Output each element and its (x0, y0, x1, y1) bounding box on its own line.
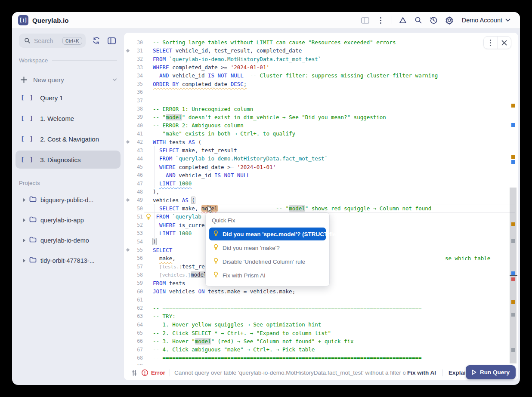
ruler-mark-bl (511, 123, 515, 127)
line-number: 52 (132, 222, 143, 228)
sidebar-item-2-cost-navigation[interactable]: [ ]2. Cost & Navigation (15, 130, 121, 148)
code-line[interactable]: 66-- 3. Hover "model" (red) → See "Colum… (124, 337, 507, 345)
code-line[interactable]: 34 AND vehicle_id IS NOT NULL -- Cluster… (124, 71, 507, 80)
fix-with-ai-button[interactable]: Fix with AI (407, 369, 436, 376)
layout-panel-icon[interactable] (359, 14, 372, 27)
code-line[interactable]: 47 LIMIT 1000 (124, 179, 507, 188)
quickfix-item[interactable]: Did you mean 'spec.model'? (STRUCT field… (209, 228, 326, 240)
change-diamond-icon (126, 248, 130, 252)
code-text: FROM tests (153, 280, 185, 286)
caret-right-icon[interactable] (23, 259, 25, 262)
refresh-icon[interactable] (91, 35, 102, 46)
lightbulb-icon (213, 271, 219, 279)
line-number: 55 (132, 247, 143, 253)
code-text: ) (153, 238, 156, 245)
settings-gear-icon[interactable] (443, 14, 456, 27)
account-dropdown[interactable]: Demo Account (458, 15, 514, 25)
new-query-button[interactable]: New query (21, 73, 117, 86)
code-line[interactable]: 39-- "model" doesn't exist in dim_vehicl… (124, 113, 507, 121)
project-item[interactable]: querylab-io-app (19, 210, 117, 230)
lightbulb-icon[interactable] (145, 213, 152, 222)
code-line[interactable]: 65-- 2. Click SELECT * → Ctrl+. → "Expan… (124, 329, 507, 337)
project-item[interactable]: querylab-io-demo (19, 230, 117, 250)
kebab-menu-icon[interactable] (374, 14, 387, 27)
gutter-marker (124, 141, 132, 143)
run-query-button[interactable]: Run Query (466, 365, 516, 379)
overview-ruler (510, 33, 517, 365)
code-line[interactable]: 61 (124, 295, 507, 304)
code-line[interactable]: 36 (124, 88, 507, 96)
code-line[interactable]: 63-- TRY: (124, 312, 507, 320)
caret-right-icon[interactable] (23, 219, 25, 222)
search-input[interactable]: Search Ctrl+K (19, 34, 86, 48)
code-text: -- Sorting large tables without LIMIT ca… (153, 39, 396, 46)
divider (392, 16, 392, 24)
code-text: [tests.]test_res (153, 263, 208, 270)
code-text: LIMIT 1000 (153, 230, 192, 237)
app-title: Querylab.io (32, 17, 69, 24)
code-line[interactable]: 67-- 4. Click ambiguous "make" → Ctrl+. … (124, 345, 507, 354)
quickfix-label: Disable 'Undefined Column' rule (223, 259, 305, 265)
code-line[interactable]: 44 FROM `querylab-io-demo.MotHistoryData… (124, 154, 507, 163)
code-text: -- 2. Click SELECT * → Ctrl+. → "Expand … (153, 330, 331, 336)
error-label: Error (151, 369, 165, 376)
quickfix-label: Fix with Prism AI (223, 272, 266, 279)
sidebar-item-1-welcome[interactable]: [ ]1. Welcome (15, 109, 121, 127)
code-line[interactable]: 41-- "make" exists in both → Ctrl+. to q… (124, 129, 507, 138)
toggle-sidebar-icon[interactable] (106, 35, 117, 46)
code-line[interactable]: 62-- ===================================… (124, 304, 507, 312)
caret-right-icon[interactable] (23, 198, 25, 202)
sidebar-item-label: 3. Diagnostics (40, 156, 80, 163)
query-settings-icon[interactable] (131, 369, 138, 376)
code-line[interactable]: 35ORDER BY completed_date DESC; (124, 80, 507, 88)
ruler-mark-gr (511, 348, 515, 352)
project-item[interactable]: tidy-orbit-477813-... (19, 250, 117, 271)
quickfix-item[interactable]: Disable 'Undefined Column' rule (209, 255, 326, 268)
code-line[interactable]: 46 AND vehicle_id IS NOT NULL (124, 171, 507, 179)
chevron-down-icon (505, 18, 510, 22)
quickfix-item[interactable]: Did you mean 'make'? (209, 241, 326, 254)
code-line[interactable]: 43 SELECT make, test_result (124, 146, 507, 154)
code-text: WHERE is_curre (153, 222, 204, 228)
caret-right-icon[interactable] (23, 239, 25, 242)
quickfix-item[interactable]: Fix with Prism AI (209, 269, 326, 282)
code-line[interactable]: 68-- ===================================… (124, 354, 507, 362)
code-line[interactable]: 38-- ERROR 1: Unrecognized column (124, 105, 507, 113)
code-line[interactable]: 32FROM `querylab-io-demo.MotHistoryData.… (124, 55, 507, 63)
lightbulb-icon (213, 258, 219, 265)
sidebar-item-3-diagnostics[interactable]: [ ]3. Diagnostics (15, 151, 121, 169)
line-number: 38 (132, 106, 143, 112)
line-number: 60 (132, 289, 143, 295)
search-icon[interactable] (412, 14, 425, 27)
code-line[interactable]: 31SELECT vehicle_id, test_result, comple… (124, 46, 507, 55)
code-text: AND vehicle_id IS NOT NULL -- Cluster fi… (153, 72, 438, 79)
line-number: 57 (132, 264, 143, 270)
code-line[interactable]: 42WITH tests AS ( (124, 138, 507, 146)
code-line[interactable]: 37 (124, 96, 507, 105)
history-icon[interactable] (427, 14, 440, 27)
code-line[interactable]: 60JOIN vehicles ON tests.make = vehicles… (124, 287, 507, 295)
code-line[interactable]: 48), (124, 188, 507, 196)
alerts-icon[interactable] (396, 14, 409, 27)
code-line[interactable]: 45 WHERE completed_date >= '2024-01-01' (124, 163, 507, 171)
ruler-mark-or (511, 300, 515, 304)
code-line[interactable]: 33WHERE completed_date >= '2024-01-01' (124, 63, 507, 71)
project-item[interactable]: bigquery-public-d... (19, 190, 117, 210)
gutter-marker (124, 249, 132, 251)
line-number: 56 (132, 255, 143, 261)
code-text: SELECT (153, 247, 172, 253)
plus-icon (21, 77, 27, 83)
code-line[interactable]: 40-- ERROR 2: Ambiguous column (124, 121, 507, 129)
line-number: 37 (132, 98, 143, 104)
code-line[interactable]: 30-- Sorting large tables without LIMIT … (124, 38, 507, 46)
code-text: -- 3. Hover "model" (red) → See "Column … (153, 338, 354, 345)
code-text: JOIN vehicles ON tests.make = vehicles.m… (153, 288, 295, 295)
sidebar-item-label: 2. Cost & Navigation (40, 135, 99, 143)
code-line[interactable]: 50 SELECT make, model -- "model" shows r… (124, 204, 507, 212)
line-number: 40 (132, 123, 143, 129)
code-line[interactable]: 64-- 1. Hover yellow squiggles → See opt… (124, 320, 507, 329)
line-number: 45 (132, 164, 143, 170)
sidebar-item-query-1[interactable]: [ ]Query 1 (15, 89, 121, 107)
code-line[interactable]: 49vehicles AS ( (124, 196, 507, 204)
code-editor[interactable]: 30-- Sorting large tables without LIMIT … (124, 38, 507, 365)
